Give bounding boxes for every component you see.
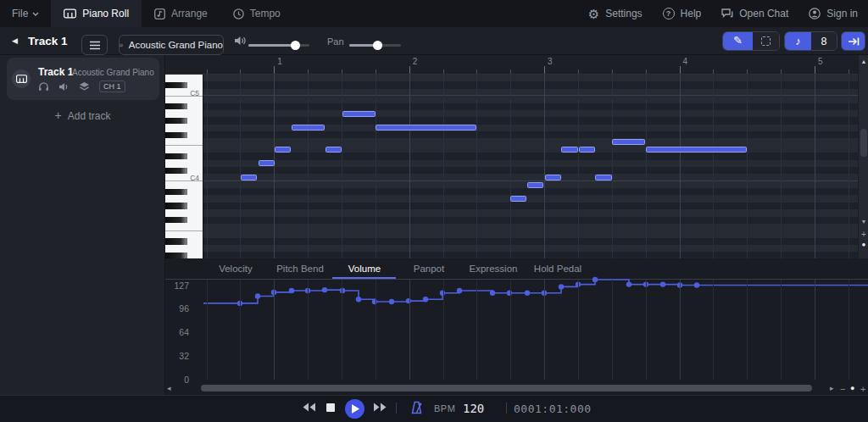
vertical-scrollbar[interactable]: ▲ ▼ + ● xyxy=(858,55,868,258)
midi-note-E4[interactable] xyxy=(646,147,747,153)
solo-headphones-icon[interactable] xyxy=(38,81,49,92)
automation-point[interactable] xyxy=(626,281,632,286)
automation-point[interactable] xyxy=(423,297,428,302)
track-list-button[interactable] xyxy=(81,35,108,55)
automation-point[interactable] xyxy=(457,288,462,293)
automation-point[interactable] xyxy=(525,291,530,296)
scroll-down-icon[interactable]: ▼ xyxy=(859,219,868,225)
piano-key-white[interactable] xyxy=(165,110,203,117)
piano-key-white[interactable] xyxy=(165,125,203,131)
measure-ruler[interactable]: 12345 xyxy=(165,55,868,75)
piano-key-white[interactable] xyxy=(165,230,203,237)
note-grid[interactable] xyxy=(203,75,858,258)
piano-key-black[interactable] xyxy=(165,238,187,244)
piano-key-black[interactable] xyxy=(165,118,187,124)
piano-keyboard[interactable]: C5C4 xyxy=(165,75,203,258)
midi-note-E4[interactable] xyxy=(579,147,595,153)
quantize-value[interactable]: 8 xyxy=(811,32,837,50)
automation-point[interactable] xyxy=(340,288,345,293)
mute-volume-icon[interactable] xyxy=(58,82,70,92)
piano-key-black[interactable] xyxy=(165,132,187,138)
piano-key-white[interactable] xyxy=(165,195,203,202)
jump-to-end-button[interactable] xyxy=(841,31,865,51)
automation-point[interactable] xyxy=(356,297,361,302)
volume-slider-thumb[interactable] xyxy=(291,41,300,50)
automation-point[interactable] xyxy=(490,291,495,296)
piano-key-black[interactable] xyxy=(165,103,187,109)
piano-key-white[interactable] xyxy=(165,160,203,167)
piano-key-black[interactable] xyxy=(165,217,187,223)
add-track-button[interactable]: +Add track xyxy=(0,108,165,122)
automation-point[interactable] xyxy=(559,284,564,289)
piano-key-white[interactable] xyxy=(165,146,203,153)
piano-key-black[interactable] xyxy=(165,153,187,159)
piano-key-white[interactable] xyxy=(165,209,203,216)
quantize-note-button[interactable]: ♪ xyxy=(785,32,811,50)
piano-key-white[interactable] xyxy=(165,75,203,81)
pencil-tool-button[interactable]: ✎ xyxy=(723,32,753,50)
piano-key-black[interactable] xyxy=(165,189,187,195)
track-card[interactable]: Track 1 Acoustic Grand Piano CH 1 xyxy=(7,58,159,100)
zoom-in-vertical-icon[interactable]: + xyxy=(859,230,868,239)
back-button[interactable]: ◀ xyxy=(12,36,24,47)
volume-slider[interactable] xyxy=(248,44,309,47)
tab-piano-roll[interactable]: Piano Roll xyxy=(51,0,142,27)
fast-forward-button[interactable] xyxy=(373,403,387,412)
piano-key-white[interactable] xyxy=(165,96,203,103)
instrument-button[interactable]: Acoustic Grand Piano xyxy=(119,35,224,55)
midi-note-E4[interactable] xyxy=(275,147,291,153)
tab-tempo[interactable]: Tempo xyxy=(220,0,293,27)
channel-badge[interactable]: CH 1 xyxy=(99,81,125,92)
automation-point[interactable] xyxy=(255,293,260,298)
pan-slider[interactable] xyxy=(349,44,401,47)
tab-arrange[interactable]: Arrange xyxy=(142,0,220,27)
midi-note-G4[interactable] xyxy=(292,125,325,130)
midi-note-C4[interactable] xyxy=(595,175,612,180)
settings-button[interactable]: ⚙ Settings xyxy=(578,0,653,27)
current-track-name[interactable]: Track 1 xyxy=(28,35,68,47)
zoom-handle-dot-icon[interactable]: ● xyxy=(850,384,854,392)
rewind-button[interactable] xyxy=(302,403,316,412)
piano-key-white[interactable] xyxy=(165,181,203,188)
volume-automation-chart[interactable] xyxy=(165,258,868,395)
midi-note-D4[interactable] xyxy=(259,160,275,166)
zoom-out-horizontal-icon[interactable]: − xyxy=(840,384,845,394)
zoom-in-horizontal-icon[interactable]: + xyxy=(860,384,865,394)
open-chat-button[interactable]: Open Chat xyxy=(711,0,798,27)
layers-icon[interactable] xyxy=(79,81,90,92)
selection-tool-button[interactable] xyxy=(753,32,779,50)
automation-point[interactable] xyxy=(593,277,598,282)
zoom-handle-dot-icon[interactable]: ● xyxy=(859,241,868,248)
midi-note-E4[interactable] xyxy=(326,147,342,153)
horizontal-scrollbar-thumb[interactable] xyxy=(201,385,812,391)
automation-point[interactable] xyxy=(289,288,294,293)
midi-note-B3[interactable] xyxy=(527,182,543,188)
stop-button[interactable] xyxy=(326,403,335,412)
midi-note-A3[interactable] xyxy=(510,196,526,202)
help-button[interactable]: ? Help xyxy=(653,0,712,27)
midi-note-A4[interactable] xyxy=(342,111,376,117)
play-button[interactable] xyxy=(345,399,364,419)
automation-point[interactable] xyxy=(389,299,394,304)
piano-key-black[interactable] xyxy=(165,203,187,208)
file-menu[interactable]: File xyxy=(0,0,51,27)
scroll-right-icon[interactable]: ▸ xyxy=(830,384,834,392)
piano-key-black[interactable] xyxy=(165,168,187,174)
automation-point[interactable] xyxy=(694,282,699,287)
pan-slider-thumb[interactable] xyxy=(373,41,382,50)
bpm-value[interactable]: 120 xyxy=(463,402,484,415)
piano-key-white[interactable] xyxy=(165,245,203,252)
automation-point[interactable] xyxy=(322,287,327,292)
piano-key-black[interactable] xyxy=(165,82,187,88)
midi-note-E4[interactable] xyxy=(561,147,578,153)
metronome-icon[interactable] xyxy=(410,401,423,414)
sign-in-button[interactable]: Sign in xyxy=(798,0,868,27)
midi-note-C4[interactable] xyxy=(545,175,561,180)
piano-key-black[interactable] xyxy=(165,253,187,258)
scroll-left-icon[interactable]: ◂ xyxy=(167,384,171,392)
automation-point[interactable] xyxy=(660,281,665,286)
midi-note-G4[interactable] xyxy=(376,125,476,130)
scroll-up-icon[interactable]: ▲ xyxy=(859,58,868,64)
midi-note-F4[interactable] xyxy=(612,139,645,145)
vertical-scrollbar-thumb[interactable] xyxy=(860,129,867,157)
